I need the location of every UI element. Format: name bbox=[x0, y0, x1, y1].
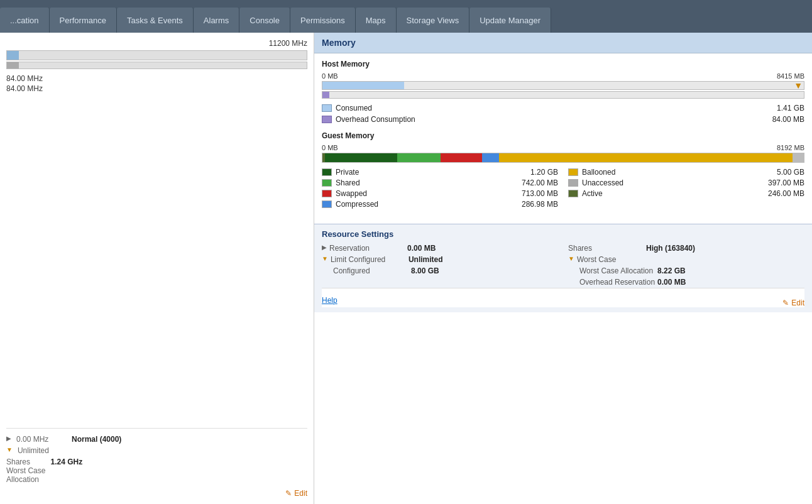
tab-tasks-events[interactable]: Tasks & Events bbox=[117, 8, 194, 33]
cpu-edit-button[interactable]: ✎ Edit bbox=[6, 489, 307, 498]
cpu-res-row1: ▶ 0.00 MHz Normal (4000) bbox=[6, 435, 307, 444]
consumed-label: Consumed bbox=[336, 104, 750, 112]
rs-configured-row: Configured 8.00 GB bbox=[322, 266, 558, 275]
tab-maps[interactable]: Maps bbox=[356, 8, 397, 33]
seg-private bbox=[325, 153, 397, 162]
ballooned-label: Ballooned bbox=[582, 168, 750, 177]
shared-swatch bbox=[322, 179, 332, 187]
cpu-shares-block: Shares Worst Case Allocation 1.24 GHz bbox=[6, 457, 307, 484]
host-memory-bar2 bbox=[322, 91, 804, 99]
rs-worst-alloc-value: 8.22 GB bbox=[657, 266, 686, 275]
tab-performance[interactable]: Performance bbox=[50, 8, 117, 33]
triangle-worst: ▼ bbox=[568, 255, 574, 262]
pencil-icon: ✎ bbox=[285, 489, 292, 498]
rs-col-right: Shares High (163840) ▼ Worst Case Worst … bbox=[568, 244, 804, 288]
unaccessed-swatch bbox=[568, 179, 578, 187]
cpu-shares-value: Normal (4000) bbox=[72, 435, 121, 444]
cpu-edit-label: Edit bbox=[294, 489, 307, 498]
tab-storage-views[interactable]: Storage Views bbox=[397, 8, 470, 33]
host-max-label: 8415 MB bbox=[777, 72, 804, 80]
memory-help-link[interactable]: Help bbox=[322, 296, 337, 305]
guest-memory-bar bbox=[322, 153, 804, 163]
consumed-swatch bbox=[322, 104, 332, 112]
rs-worst-alloc-label: Worst Case Allocation bbox=[579, 266, 655, 275]
host-min-label: 0 MB bbox=[322, 72, 338, 80]
rs-overhead-value: 0.00 MB bbox=[657, 278, 686, 287]
shared-value: 742.00 MB bbox=[508, 178, 558, 187]
cpu-bar-fill2 bbox=[7, 62, 19, 68]
compressed-label: Compressed bbox=[336, 200, 504, 209]
cpu-stat2: 84.00 MHz bbox=[6, 84, 307, 93]
host-memory-labels: 0 MB 8415 MB bbox=[322, 72, 804, 80]
guest-legend-compressed: Compressed 286.98 MB bbox=[322, 200, 558, 209]
rs-grid: ▶ Reservation 0.00 MB ▼ Limit Configured… bbox=[322, 244, 804, 288]
rs-reservation-row: ▶ Reservation 0.00 MB bbox=[322, 244, 558, 253]
rs-shares-value: High (163840) bbox=[646, 244, 695, 253]
right-panel: Memory Host Memory 0 MB 8415 MB ▼ bbox=[314, 33, 812, 504]
left-panel: 11200 MHz 84.00 MHz 84.00 MHz ▶ 0.00 MHz… bbox=[0, 33, 314, 504]
unaccessed-value: 397.00 MB bbox=[754, 178, 804, 187]
cpu-stat1: 84.00 MHz bbox=[6, 74, 307, 83]
memory-edit-button[interactable]: ✎ Edit bbox=[782, 299, 804, 307]
swapped-label: Swapped bbox=[336, 189, 504, 198]
guest-legend-active: Active 246.00 MB bbox=[568, 189, 804, 198]
guest-legend-shared: Shared 742.00 MB bbox=[322, 178, 558, 187]
main-content: 11200 MHz 84.00 MHz 84.00 MHz ▶ 0.00 MHz… bbox=[0, 33, 812, 504]
worst-case-label: Worst Case bbox=[6, 466, 45, 475]
rs-limit-row: ▼ Limit Configured Unlimited bbox=[322, 255, 558, 264]
memory-bottom-bar: Help ✎ Edit bbox=[322, 288, 804, 307]
tab-update-manager[interactable]: Update Manager bbox=[469, 8, 551, 33]
cpu-allocation-value: 1.24 GHz bbox=[50, 457, 82, 466]
rs-shares-row: Shares High (163840) bbox=[568, 244, 804, 253]
memory-title: Memory bbox=[322, 38, 356, 48]
rs-overhead-label: Overhead Reservation bbox=[579, 278, 655, 287]
rs-limit-value: Unlimited bbox=[409, 255, 443, 264]
guest-min-label: 0 MB bbox=[322, 144, 338, 151]
guest-legend-ballooned: Ballooned 5.00 GB bbox=[568, 168, 804, 177]
memory-resource-settings: Resource Settings ▶ Reservation 0.00 MB … bbox=[314, 224, 812, 312]
host-marker: ▼ bbox=[794, 80, 803, 90]
tab-console[interactable]: Console bbox=[239, 8, 290, 33]
shares-label: Shares bbox=[6, 457, 45, 466]
private-swatch bbox=[322, 168, 332, 176]
rs-col-left: ▶ Reservation 0.00 MB ▼ Limit Configured… bbox=[322, 244, 558, 288]
rs-reservation-value: 0.00 MB bbox=[407, 244, 436, 253]
tab-alarms[interactable]: Alarms bbox=[194, 8, 239, 33]
seg-swapped bbox=[441, 153, 483, 162]
tab-permissions[interactable]: Permissions bbox=[290, 8, 356, 33]
rs-worst-alloc-row: Worst Case Allocation 8.22 GB bbox=[568, 266, 804, 275]
rs-title: Resource Settings bbox=[322, 229, 804, 239]
rs-configured-label: Configured bbox=[333, 266, 409, 275]
guest-memory-labels: 0 MB 8192 MB bbox=[322, 144, 804, 151]
cpu-bar-container2 bbox=[6, 62, 307, 69]
host-legend-consumed: Consumed 1.41 GB bbox=[322, 104, 804, 112]
host-consumed-fill bbox=[322, 82, 404, 89]
compressed-value: 286.98 MB bbox=[508, 200, 558, 209]
rs-shares-label: Shares bbox=[568, 244, 644, 253]
active-value: 246.00 MB bbox=[754, 189, 804, 198]
active-swatch bbox=[568, 190, 578, 197]
triangle-res: ▶ bbox=[322, 244, 327, 251]
tab-bar: ...cation Performance Tasks & Events Ala… bbox=[0, 0, 812, 33]
triangle-limit: ▼ bbox=[322, 255, 328, 262]
cpu-stats: 84.00 MHz 84.00 MHz bbox=[6, 74, 307, 93]
host-overhead-fill bbox=[322, 92, 329, 98]
memory-edit-label: Edit bbox=[791, 299, 804, 307]
rs-worst-case-row: ▼ Worst Case bbox=[568, 255, 804, 264]
guest-legend-private: Private 1.20 GB bbox=[322, 168, 558, 177]
compressed-swatch bbox=[322, 200, 332, 208]
cpu-res-row2: ▼ Unlimited bbox=[6, 446, 307, 455]
seg-ballooned bbox=[499, 153, 793, 162]
seg-compressed bbox=[482, 153, 499, 162]
guest-memory-title: Guest Memory bbox=[322, 131, 804, 140]
guest-legend-swapped: Swapped 713.00 MB bbox=[322, 189, 558, 198]
ballooned-value: 5.00 GB bbox=[754, 168, 804, 177]
private-value: 1.20 GB bbox=[508, 168, 558, 177]
overhead-label: Overhead Consumption bbox=[336, 115, 750, 124]
cpu-limit-label: Unlimited bbox=[18, 446, 68, 455]
host-memory-title: Host Memory bbox=[322, 60, 804, 68]
memory-content: Host Memory 0 MB 8415 MB ▼ Consumed 1.41… bbox=[314, 53, 812, 224]
tab-allocation[interactable]: ...cation bbox=[0, 8, 50, 33]
rs-overhead-row: Overhead Reservation 0.00 MB bbox=[568, 278, 804, 287]
swapped-value: 713.00 MB bbox=[508, 189, 558, 198]
